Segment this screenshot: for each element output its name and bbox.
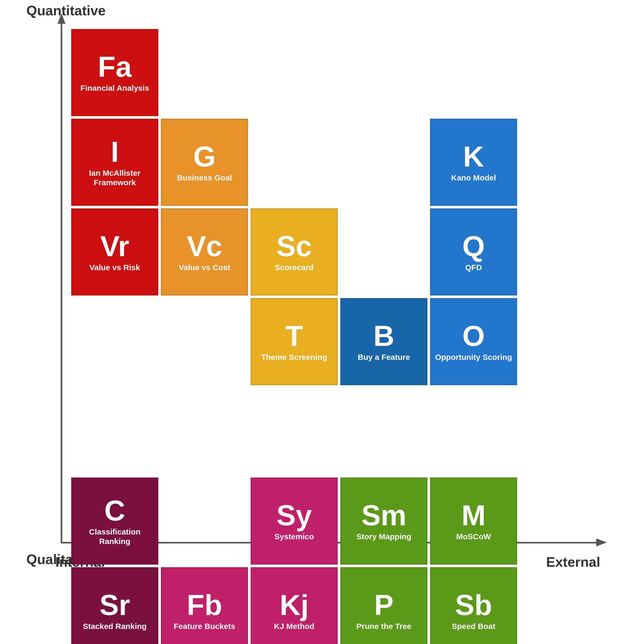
card-kj[interactable]: KjKJ Method bbox=[251, 567, 338, 644]
card-name-sb: Speed Boat bbox=[449, 622, 498, 631]
card-abbr-sy: Sy bbox=[276, 501, 312, 530]
card-p[interactable]: PPrune the Tree bbox=[340, 567, 427, 644]
card-name-sc: Scorecard bbox=[272, 263, 316, 272]
card-name-i: Ian McAllister Framework bbox=[72, 168, 158, 187]
card-name-b: Buy a Feature bbox=[355, 352, 413, 362]
card-abbr-k: K bbox=[463, 142, 484, 171]
card-sr[interactable]: SrStacked Ranking bbox=[71, 567, 158, 644]
card-sb[interactable]: SbSpeed Boat bbox=[430, 567, 517, 644]
card-o[interactable]: OOpportunity Scoring bbox=[430, 298, 517, 385]
x-axis-arrow bbox=[596, 538, 607, 546]
card-fa[interactable]: FaFinancial Analysis bbox=[71, 29, 158, 116]
card-abbr-c: C bbox=[104, 496, 125, 525]
card-name-sy: Systemico bbox=[272, 532, 317, 541]
card-abbr-sm: Sm bbox=[361, 501, 406, 530]
card-abbr-sr: Sr bbox=[99, 590, 130, 619]
card-abbr-sc: Sc bbox=[276, 232, 312, 261]
card-q[interactable]: QQFD bbox=[430, 208, 517, 295]
card-name-c: Classification Ranking bbox=[72, 527, 158, 546]
card-abbr-vc: Vc bbox=[187, 232, 222, 261]
card-abbr-b: B bbox=[373, 321, 394, 350]
card-i[interactable]: IIan McAllister Framework bbox=[71, 119, 158, 206]
card-sy[interactable]: SySystemico bbox=[251, 478, 338, 565]
card-name-vc: Value vs Cost bbox=[176, 263, 233, 272]
card-abbr-p: P bbox=[374, 590, 393, 619]
card-abbr-g: G bbox=[193, 142, 216, 171]
card-vr[interactable]: VrValue vs Risk bbox=[71, 208, 158, 295]
card-g[interactable]: GBusiness Goal bbox=[161, 119, 248, 206]
card-abbr-o: O bbox=[462, 321, 485, 350]
card-name-q: QFD bbox=[462, 263, 484, 272]
card-abbr-kj: Kj bbox=[280, 590, 309, 619]
card-vc[interactable]: VcValue vs Cost bbox=[161, 208, 248, 295]
card-abbr-i: I bbox=[111, 137, 119, 166]
card-name-fa: Financial Analysis bbox=[78, 83, 152, 93]
card-abbr-t: T bbox=[285, 321, 303, 350]
card-name-g: Business Goal bbox=[174, 173, 235, 183]
card-name-o: Opportunity Scoring bbox=[432, 352, 515, 362]
card-fb[interactable]: FbFeature Buckets bbox=[161, 567, 248, 644]
card-name-vr: Value vs Risk bbox=[87, 263, 143, 272]
card-abbr-sb: Sb bbox=[455, 590, 492, 619]
card-name-t: Theme Screening bbox=[259, 352, 330, 362]
y-axis bbox=[61, 21, 62, 543]
card-name-sr: Stacked Ranking bbox=[80, 622, 149, 631]
card-m[interactable]: MMoSCoW bbox=[430, 478, 517, 565]
card-name-kj: KJ Method bbox=[271, 622, 317, 631]
card-k[interactable]: KKano Model bbox=[430, 119, 517, 206]
card-name-k: Kano Model bbox=[449, 173, 499, 183]
card-abbr-vr: Vr bbox=[100, 232, 129, 261]
card-abbr-fa: Fa bbox=[98, 52, 132, 81]
card-name-p: Prune the Tree bbox=[354, 622, 414, 631]
chart-area: Quantitative Qualitative Internal Extern… bbox=[32, 21, 612, 602]
card-abbr-m: M bbox=[461, 501, 486, 530]
card-name-m: MoSCoW bbox=[454, 532, 494, 541]
card-name-fb: Feature Buckets bbox=[171, 622, 238, 631]
card-b[interactable]: BBuy a Feature bbox=[340, 298, 427, 385]
card-name-sm: Story Mapping bbox=[354, 532, 414, 541]
card-sc[interactable]: ScScorecard bbox=[251, 208, 338, 295]
card-abbr-q: Q bbox=[462, 232, 485, 261]
card-abbr-fb: Fb bbox=[187, 590, 222, 619]
card-c[interactable]: CClassification Ranking bbox=[71, 478, 158, 565]
label-external: External bbox=[546, 554, 600, 570]
card-t[interactable]: TTheme Screening bbox=[251, 298, 338, 385]
card-sm[interactable]: SmStory Mapping bbox=[340, 478, 427, 565]
label-quantitative: Quantitative bbox=[26, 3, 106, 18]
